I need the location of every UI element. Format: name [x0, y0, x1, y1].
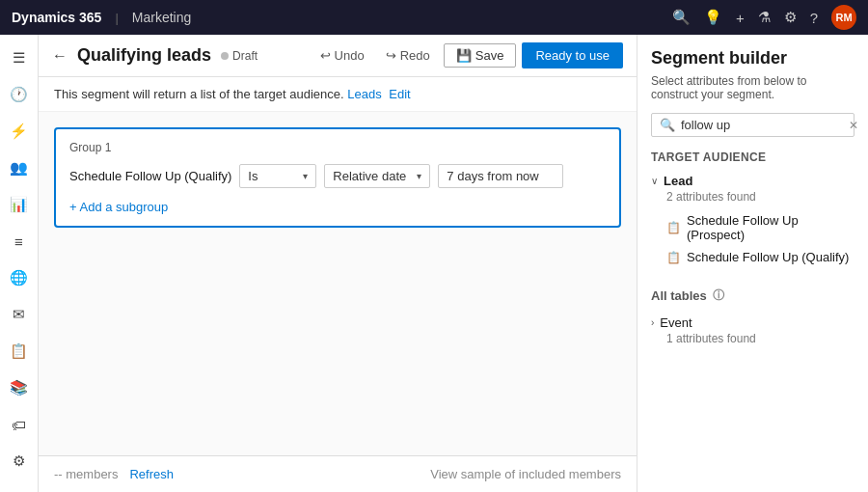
status-dot [221, 52, 229, 60]
lead-group: ∨ Lead 2 attributes found 📋 Schedule Fol… [651, 172, 854, 268]
date-type-chevron: ▾ [417, 171, 421, 181]
sidebar-email-icon[interactable]: ✉ [4, 299, 35, 330]
group-label: Group 1 [69, 141, 606, 154]
lead-group-name: Lead [664, 174, 692, 188]
add-subgroup-button[interactable]: + Add a subgroup [69, 200, 606, 214]
add-icon[interactable]: + [736, 10, 745, 26]
app-title: Dynamics 365 [12, 10, 101, 25]
sidebar-settings-icon[interactable]: ⚙ [4, 446, 35, 477]
condition-attribute: Schedule Follow Up (Qualify) [69, 169, 231, 183]
undo-button[interactable]: ↩ Undo [312, 44, 372, 67]
date-type-value: Relative date [333, 169, 406, 183]
panel-title: Segment builder [651, 48, 854, 68]
event-group: › Event 1 attributes found [651, 314, 854, 345]
sidebar-segments-icon[interactable]: ≡ [4, 226, 35, 257]
main-layout: ☰ 🕐 ⚡ 👥 📊 ≡ 🌐 ✉ 📋 📚 🏷 ⚙ ← Qualifying lea… [0, 35, 868, 492]
entity-link[interactable]: Leads [347, 87, 381, 101]
help-icon[interactable]: ? [810, 10, 818, 26]
right-panel: Segment builder Select attributes from b… [637, 35, 868, 492]
top-nav-icons: 🔍 💡 + ⚗ ⚙ ? RM [672, 5, 856, 30]
sidebar-activity-icon[interactable]: ⚡ [4, 116, 35, 147]
date-type-select[interactable]: Relative date ▾ [324, 164, 430, 188]
left-sidebar: ☰ 🕐 ⚡ 👥 📊 ≡ 🌐 ✉ 📋 📚 🏷 ⚙ [0, 35, 39, 492]
page-title: Qualifying leads [77, 45, 211, 66]
redo-icon: ↪ [386, 48, 396, 63]
panel-subtitle: Select attributes from below to construc… [651, 74, 854, 101]
save-icon: 💾 [456, 48, 472, 63]
attribute-label-2: Schedule Follow Up (Qualify) [687, 250, 849, 264]
event-group-header[interactable]: › Event [651, 314, 854, 332]
search-icon: 🔍 [660, 118, 675, 132]
page-header: ← Qualifying leads Draft ↩ Undo ↪ Redo 💾… [39, 35, 637, 77]
add-subgroup-label: + Add a subgroup [69, 200, 168, 214]
event-group-count: 1 attributes found [651, 332, 854, 345]
main-content: ← Qualifying leads Draft ↩ Undo ↪ Redo 💾… [39, 35, 637, 492]
filter-icon[interactable]: ⚗ [758, 9, 771, 26]
sidebar-menu-icon[interactable]: ☰ [4, 42, 35, 73]
attribute-item[interactable]: 📋 Schedule Follow Up (Qualify) [651, 246, 854, 268]
sidebar-library-icon[interactable]: 📚 [4, 372, 35, 403]
undo-icon: ↩ [320, 48, 331, 63]
search-input[interactable] [681, 118, 843, 132]
user-avatar[interactable]: RM [831, 5, 856, 30]
undo-label: Undo [335, 48, 365, 63]
group-box: Group 1 Schedule Follow Up (Qualify) Is … [54, 127, 621, 228]
attribute-icon-2: 📋 [666, 251, 681, 264]
ready-label: Ready to use [535, 48, 610, 63]
event-expand-icon: › [651, 317, 654, 328]
all-tables-label: All tables [651, 288, 707, 303]
status-badge: Draft [221, 49, 258, 63]
info-bar: This segment will return a list of the t… [39, 77, 637, 112]
attribute-label-1: Schedule Follow Up (Prospect) [687, 213, 854, 242]
bottom-bar: -- members Refresh View sample of includ… [39, 455, 637, 492]
condition-row: Schedule Follow Up (Qualify) Is ▾ Relati… [69, 164, 606, 188]
status-label: Draft [232, 49, 258, 63]
save-button[interactable]: 💾 Save [444, 43, 517, 68]
edit-link[interactable]: Edit [389, 87, 410, 101]
top-nav: Dynamics 365 | Marketing 🔍 💡 + ⚗ ⚙ ? RM [0, 0, 868, 35]
sidebar-recent-icon[interactable]: 🕐 [4, 79, 35, 110]
info-icon: ⓘ [713, 287, 724, 304]
operator-value: Is [248, 169, 258, 183]
operator-select[interactable]: Is ▾ [239, 164, 316, 188]
redo-button[interactable]: ↪ Redo [378, 44, 438, 67]
sidebar-web-icon[interactable]: 🌐 [4, 262, 35, 293]
redo-label: Redo [400, 48, 430, 63]
header-actions: ↩ Undo ↪ Redo 💾 Save Ready to use [312, 42, 623, 68]
notification-icon[interactable]: 💡 [704, 9, 722, 26]
nav-divider: | [115, 11, 118, 25]
segment-area: Group 1 Schedule Follow Up (Qualify) Is … [39, 112, 637, 455]
date-value: 7 days from now [447, 169, 538, 183]
target-audience-label: Target audience [651, 150, 854, 164]
lead-group-header[interactable]: ∨ Lead [651, 172, 854, 190]
operator-chevron: ▾ [303, 171, 308, 181]
panel-search-box[interactable]: 🔍 ✕ [651, 113, 854, 137]
sidebar-contacts-icon[interactable]: 👥 [4, 152, 35, 183]
sidebar-analytics-icon[interactable]: 📊 [4, 189, 35, 220]
sidebar-tags-icon[interactable]: 🏷 [4, 409, 35, 440]
ready-to-use-button[interactable]: Ready to use [522, 42, 623, 68]
search-icon[interactable]: 🔍 [672, 9, 691, 26]
attribute-item[interactable]: 📋 Schedule Follow Up (Prospect) [651, 209, 854, 246]
members-text: -- members [54, 467, 118, 481]
settings-icon[interactable]: ⚙ [784, 9, 797, 26]
refresh-link[interactable]: Refresh [129, 467, 174, 481]
save-label: Save [475, 48, 504, 63]
back-button[interactable]: ← [52, 47, 68, 65]
clear-search-button[interactable]: ✕ [849, 119, 858, 132]
date-value-box: 7 days from now [438, 164, 563, 188]
all-tables-header: All tables ⓘ [651, 287, 854, 304]
attribute-icon-1: 📋 [666, 221, 681, 234]
lead-group-count: 2 attributes found [651, 190, 854, 204]
lead-collapse-icon: ∨ [651, 176, 658, 186]
event-group-name: Event [660, 315, 692, 330]
info-text: This segment will return a list of the t… [54, 87, 344, 101]
view-sample-link[interactable]: View sample of included members [430, 467, 621, 481]
sidebar-forms-icon[interactable]: 📋 [4, 336, 35, 367]
module-title: Marketing [132, 10, 191, 25]
